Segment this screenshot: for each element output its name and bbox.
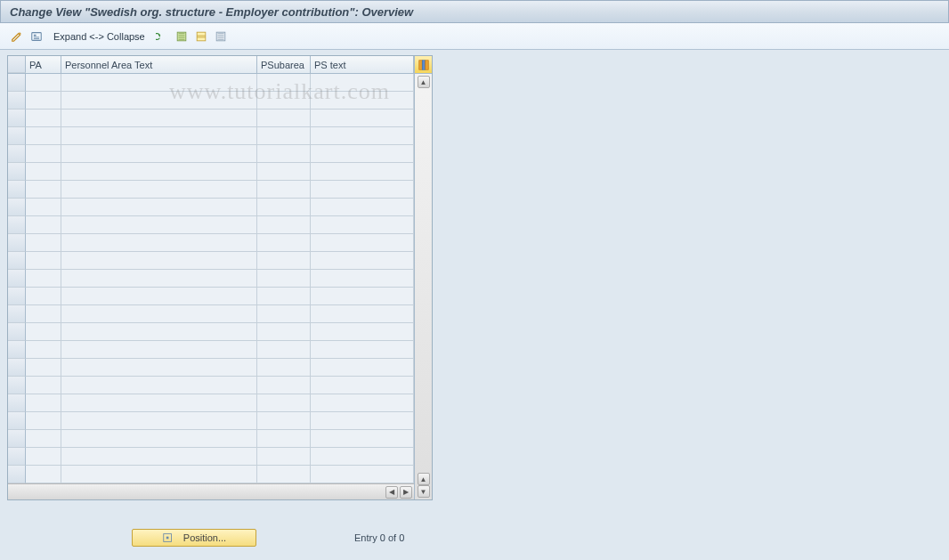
select-all-icon[interactable] <box>174 28 190 45</box>
cell-pat[interactable] <box>61 127 257 145</box>
cell-pa[interactable] <box>26 412 61 430</box>
cell-pa[interactable] <box>26 341 61 359</box>
cell-pst[interactable] <box>311 394 414 412</box>
cell-pst[interactable] <box>311 199 414 216</box>
col-header-pa[interactable]: PA <box>26 56 61 73</box>
row-selector[interactable] <box>8 466 26 483</box>
cell-pst[interactable] <box>311 466 414 483</box>
cell-pat[interactable] <box>61 430 257 448</box>
cell-pst[interactable] <box>311 127 414 145</box>
cell-pat[interactable] <box>61 412 257 430</box>
cell-pst[interactable] <box>311 92 414 110</box>
table-row[interactable] <box>8 92 414 110</box>
row-selector[interactable] <box>8 127 26 145</box>
table-row[interactable] <box>8 412 414 430</box>
cell-pst[interactable] <box>311 270 414 288</box>
cell-pat[interactable] <box>61 394 257 412</box>
row-selector[interactable] <box>8 92 26 110</box>
cell-pa[interactable] <box>26 181 61 199</box>
table-row[interactable] <box>8 127 414 145</box>
table-row[interactable] <box>8 145 414 163</box>
cell-pst[interactable] <box>311 305 414 323</box>
cell-pat[interactable] <box>61 359 257 377</box>
expand-collapse-toggle[interactable]: Expand <-> Collapse <box>48 31 150 42</box>
cell-pst[interactable] <box>311 110 414 127</box>
cell-pa[interactable] <box>26 288 61 305</box>
row-selector[interactable] <box>8 341 26 359</box>
scroll-down-icon[interactable]: ▼ <box>418 485 430 498</box>
table-row[interactable] <box>8 288 414 305</box>
table-row[interactable] <box>8 430 414 448</box>
cell-pat[interactable] <box>61 270 257 288</box>
scroll-left-icon[interactable]: ◀ <box>385 486 398 499</box>
cell-psub[interactable] <box>257 234 311 252</box>
cell-psub[interactable] <box>257 145 311 163</box>
cell-psub[interactable] <box>257 110 311 127</box>
undo-change-icon[interactable] <box>154 28 170 45</box>
table-row[interactable] <box>8 234 414 252</box>
cell-pa[interactable] <box>26 110 61 127</box>
cell-psub[interactable] <box>257 430 311 448</box>
cell-pa[interactable] <box>26 394 61 412</box>
cell-psub[interactable] <box>257 323 311 341</box>
row-selector[interactable] <box>8 252 26 270</box>
cell-pst[interactable] <box>311 430 414 448</box>
cell-pa[interactable] <box>26 145 61 163</box>
deselect-all-icon[interactable] <box>213 28 229 45</box>
table-row[interactable] <box>8 305 414 323</box>
cell-pst[interactable] <box>311 377 414 394</box>
cell-pat[interactable] <box>61 110 257 127</box>
row-selector[interactable] <box>8 163 26 181</box>
table-row[interactable] <box>8 394 414 412</box>
cell-pa[interactable] <box>26 448 61 466</box>
cell-pat[interactable] <box>61 234 257 252</box>
cell-psub[interactable] <box>257 163 311 181</box>
cell-psub[interactable] <box>257 288 311 305</box>
cell-psub[interactable] <box>257 270 311 288</box>
cell-pa[interactable] <box>26 377 61 394</box>
cell-pat[interactable] <box>61 323 257 341</box>
cell-psub[interactable] <box>257 412 311 430</box>
cell-pst[interactable] <box>311 163 414 181</box>
select-all-corner[interactable] <box>8 56 26 73</box>
position-button[interactable]: Position... <box>132 529 256 547</box>
cell-pa[interactable] <box>26 216 61 234</box>
other-entry-icon[interactable] <box>28 28 45 45</box>
row-selector[interactable] <box>8 270 26 288</box>
cell-pa[interactable] <box>26 199 61 216</box>
cell-psub[interactable] <box>257 74 311 92</box>
cell-pa[interactable] <box>26 359 61 377</box>
row-selector[interactable] <box>8 234 26 252</box>
table-row[interactable] <box>8 181 414 199</box>
row-selector[interactable] <box>8 288 26 305</box>
table-row[interactable] <box>8 199 414 216</box>
table-row[interactable] <box>8 74 414 92</box>
row-selector[interactable] <box>8 145 26 163</box>
col-header-personnel-area-text[interactable]: Personnel Area Text <box>61 56 257 73</box>
cell-pst[interactable] <box>311 181 414 199</box>
table-row[interactable] <box>8 341 414 359</box>
cell-pat[interactable] <box>61 377 257 394</box>
table-row[interactable] <box>8 323 414 341</box>
row-selector[interactable] <box>8 110 26 127</box>
row-selector[interactable] <box>8 181 26 199</box>
cell-pa[interactable] <box>26 305 61 323</box>
table-row[interactable] <box>8 359 414 377</box>
cell-pa[interactable] <box>26 252 61 270</box>
cell-pat[interactable] <box>61 92 257 110</box>
cell-pa[interactable] <box>26 323 61 341</box>
row-selector[interactable] <box>8 377 26 394</box>
cell-pst[interactable] <box>311 74 414 92</box>
row-selector[interactable] <box>8 216 26 234</box>
cell-psub[interactable] <box>257 216 311 234</box>
row-selector[interactable] <box>8 199 26 216</box>
row-selector[interactable] <box>8 359 26 377</box>
cell-psub[interactable] <box>257 394 311 412</box>
cell-pst[interactable] <box>311 234 414 252</box>
cell-pa[interactable] <box>26 466 61 483</box>
cell-psub[interactable] <box>257 305 311 323</box>
cell-psub[interactable] <box>257 199 311 216</box>
row-selector[interactable] <box>8 394 26 412</box>
table-row[interactable] <box>8 216 414 234</box>
row-selector[interactable] <box>8 412 26 430</box>
